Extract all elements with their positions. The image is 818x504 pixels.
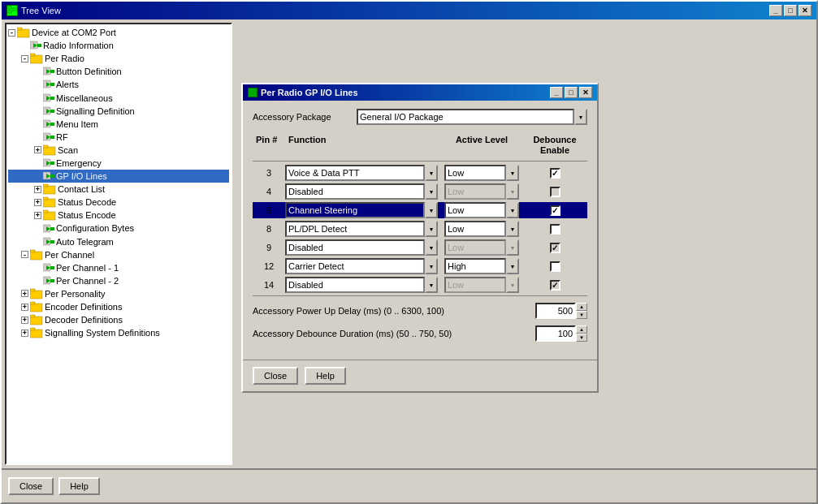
tree-item-scan[interactable]: +Scan [8, 144, 229, 157]
expander-scan[interactable]: + [34, 146, 41, 153]
active-select-8[interactable]: LowHigh [444, 221, 506, 237]
active-select-3[interactable]: LowHigh [444, 165, 506, 181]
tree-item-signal-def[interactable]: Signalling Definition [8, 105, 229, 118]
maximize-button[interactable]: □ [784, 5, 797, 16]
active-select-14[interactable]: LowHigh [444, 277, 506, 293]
debounce-checkbox-12[interactable] [550, 261, 560, 272]
active-dropdown-8[interactable]: ▼ [506, 221, 519, 237]
function-dropdown-6[interactable]: ▼ [425, 202, 438, 218]
function-cell-14[interactable]: Voice & Data PTTDisabledChannel Steering… [285, 277, 441, 293]
minimize-button[interactable]: _ [769, 5, 782, 16]
debounce-duration-down[interactable]: ▼ [576, 334, 587, 342]
tree-item-per-channel-2[interactable]: Per Channel - 2 [8, 274, 229, 287]
debounce-duration-up[interactable]: ▲ [576, 325, 587, 334]
power-delay-up[interactable]: ▲ [576, 303, 587, 311]
dialog-minimize-button[interactable]: _ [550, 87, 563, 98]
tree-item-emergency[interactable]: Emergency [8, 157, 229, 170]
tree-item-misc[interactable]: Miscellaneous [8, 91, 229, 104]
active-select-6[interactable]: LowHigh [444, 202, 506, 218]
debounce-cell-4[interactable] [522, 187, 587, 197]
active-select-12[interactable]: LowHigh [444, 258, 506, 274]
function-dropdown-12[interactable]: ▼ [425, 258, 438, 274]
active-cell-8[interactable]: LowHigh▼ [441, 221, 522, 237]
tree-item-contact-list[interactable]: +Contact List [8, 183, 229, 196]
tree-item-per-personality[interactable]: +Per Personality [8, 287, 229, 300]
active-dropdown-9[interactable]: ▼ [506, 239, 519, 256]
tree-item-config-bytes[interactable]: Configuration Bytes [8, 222, 229, 235]
function-dropdown-4[interactable]: ▼ [425, 183, 438, 200]
function-cell-4[interactable]: Voice & Data PTTDisabledChannel Steering… [285, 183, 441, 200]
debounce-cell-14[interactable] [522, 280, 587, 291]
function-cell-9[interactable]: Voice & Data PTTDisabledChannel Steering… [285, 239, 441, 256]
expander-per-personality[interactable]: + [21, 290, 28, 297]
expander-encoder-defs[interactable]: + [21, 304, 28, 311]
dialog-close-btn[interactable]: Close [253, 367, 298, 385]
active-cell-12[interactable]: LowHigh▼ [441, 258, 522, 274]
active-cell-9[interactable]: LowHigh▼ [441, 239, 522, 256]
active-dropdown-12[interactable]: ▼ [506, 258, 519, 274]
tree-item-device[interactable]: -Device at COM2 Port [8, 26, 229, 39]
debounce-cell-3[interactable] [522, 168, 587, 179]
function-dropdown-8[interactable]: ▼ [425, 221, 438, 237]
tree-item-button-def[interactable]: Button Definition [8, 65, 229, 78]
function-dropdown-14[interactable]: ▼ [425, 277, 438, 293]
power-delay-spinbox[interactable]: ▲ ▼ [535, 303, 587, 319]
close-button[interactable]: ✕ [799, 5, 812, 16]
active-cell-4[interactable]: LowHigh▼ [441, 183, 522, 200]
function-select-14[interactable]: Voice & Data PTTDisabledChannel Steering… [285, 277, 425, 293]
tree-item-per-channel-1[interactable]: Per Channel - 1 [8, 261, 229, 274]
accessory-package-select[interactable]: General I/O Package [357, 109, 574, 125]
main-help-button[interactable]: Help [58, 477, 100, 495]
expander-status-encode[interactable]: + [34, 212, 41, 219]
tree-item-status-encode[interactable]: +Status Encode [8, 209, 229, 222]
expander-per-radio[interactable]: - [21, 55, 28, 62]
expander-decoder-defs[interactable]: + [21, 317, 28, 324]
tree-item-gp-io[interactable]: GP I/O Lines [8, 170, 229, 183]
expander-signal-sys[interactable]: + [21, 330, 28, 337]
debounce-checkbox-3[interactable] [550, 168, 560, 179]
active-dropdown-6[interactable]: ▼ [506, 202, 519, 218]
function-select-6[interactable]: Voice & Data PTTDisabledChannel Steering… [285, 202, 425, 218]
function-dropdown-3[interactable]: ▼ [425, 165, 438, 181]
tree-panel[interactable]: -Device at COM2 PortRadio Information-Pe… [5, 23, 232, 465]
active-dropdown-14[interactable]: ▼ [506, 277, 519, 293]
tree-item-signal-sys[interactable]: +Signalling System Definitions [8, 326, 229, 339]
function-cell-6[interactable]: Voice & Data PTTDisabledChannel Steering… [285, 202, 441, 218]
debounce-duration-spinbox[interactable]: ▲ ▼ [535, 325, 587, 342]
tree-item-alerts[interactable]: Alerts [8, 78, 229, 91]
main-close-button[interactable]: Close [8, 477, 54, 495]
dialog-help-btn[interactable]: Help [305, 367, 346, 385]
accessory-package-dropdown-btn[interactable]: ▼ [574, 109, 587, 125]
function-select-8[interactable]: Voice & Data PTTDisabledChannel Steering… [285, 221, 425, 237]
tree-item-menu-item[interactable]: Menu Item [8, 118, 229, 131]
function-cell-3[interactable]: Voice & Data PTTDisabledChannel Steering… [285, 165, 441, 181]
active-dropdown-3[interactable]: ▼ [506, 165, 519, 181]
dialog-maximize-button[interactable]: □ [565, 87, 578, 98]
tree-item-rf[interactable]: RF [8, 131, 229, 144]
tree-item-encoder-defs[interactable]: +Encoder Definitions [8, 300, 229, 313]
tree-item-radio-info[interactable]: Radio Information [8, 39, 229, 52]
active-dropdown-4[interactable]: ▼ [506, 183, 519, 200]
function-select-12[interactable]: Voice & Data PTTDisabledChannel Steering… [285, 258, 425, 274]
dialog-close-button[interactable]: ✕ [579, 87, 592, 98]
active-select-4[interactable]: LowHigh [444, 183, 506, 200]
accessory-package-combo[interactable]: General I/O Package ▼ [357, 109, 587, 125]
function-select-4[interactable]: Voice & Data PTTDisabledChannel Steering… [285, 183, 425, 200]
expander-device[interactable]: - [8, 29, 15, 37]
power-delay-down[interactable]: ▼ [576, 311, 587, 319]
debounce-checkbox-6[interactable] [550, 205, 560, 216]
active-cell-14[interactable]: LowHigh▼ [441, 277, 522, 293]
active-select-9[interactable]: LowHigh [444, 239, 506, 256]
function-select-9[interactable]: Voice & Data PTTDisabledChannel Steering… [285, 239, 425, 256]
power-delay-input[interactable] [535, 303, 576, 319]
tree-item-per-radio[interactable]: -Per Radio [8, 52, 229, 65]
active-cell-6[interactable]: LowHigh▼ [441, 202, 522, 218]
debounce-cell-9[interactable] [522, 243, 587, 253]
expander-per-channel[interactable]: - [21, 251, 28, 258]
function-dropdown-9[interactable]: ▼ [425, 239, 438, 256]
tree-item-decoder-defs[interactable]: +Decoder Definitions [8, 313, 229, 326]
tree-item-auto-telegram[interactable]: Auto Telegram [8, 235, 229, 248]
debounce-duration-input[interactable] [535, 325, 576, 342]
debounce-checkbox-8[interactable] [550, 224, 560, 235]
expander-status-decode[interactable]: + [34, 199, 41, 206]
